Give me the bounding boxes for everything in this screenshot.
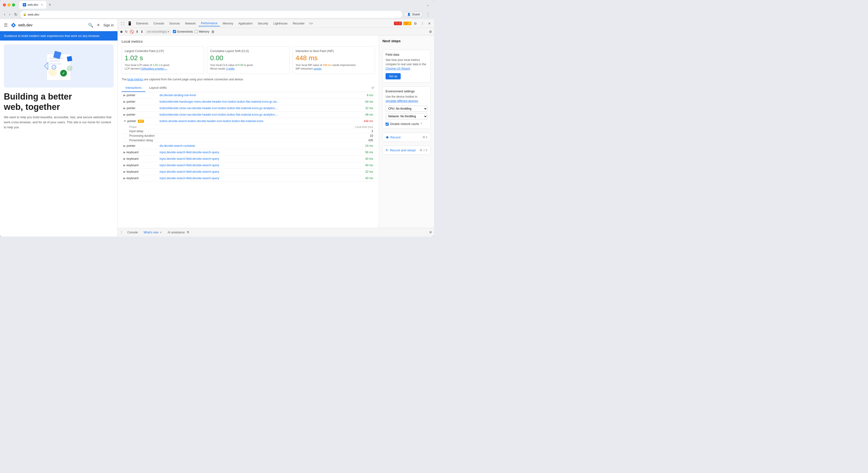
guest-button[interactable]: 👤 Guest bbox=[404, 11, 423, 17]
close-traffic-light[interactable] bbox=[3, 3, 6, 6]
interaction-selector[interactable]: input.devsite-search-field.devsite-searc… bbox=[160, 157, 219, 160]
hamburger-menu-button[interactable]: ☰ bbox=[4, 23, 8, 28]
settings-button[interactable]: ⚙ bbox=[413, 21, 418, 26]
tab-elements[interactable]: Elements bbox=[134, 21, 151, 26]
chrome-ux-report-link[interactable]: Chrome UX Report bbox=[385, 67, 410, 70]
close-bottom-panel-button[interactable]: ✕ bbox=[429, 230, 432, 235]
tab-sources-label: Sources bbox=[169, 22, 180, 25]
memory-checkbox[interactable] bbox=[195, 30, 198, 33]
tab-recorder[interactable]: Recorder bbox=[290, 21, 307, 26]
tab-network[interactable]: Network bbox=[183, 21, 198, 26]
sign-in-button[interactable]: Sign in bbox=[103, 23, 114, 27]
url-input[interactable]: 🔒 web.dev bbox=[20, 11, 402, 18]
browser-tab[interactable]: web.dev ✕ bbox=[20, 1, 46, 9]
simulate-devices-link[interactable]: simulate different devices bbox=[385, 99, 418, 103]
more-tabs-button[interactable]: >> bbox=[307, 21, 314, 26]
interaction-selector[interactable]: div.devsite-search-container bbox=[160, 144, 195, 148]
load-profile-button[interactable]: ⬆ bbox=[136, 30, 138, 34]
whats-new-close-button[interactable]: ✕ bbox=[160, 231, 162, 234]
row-expand-button[interactable]: ▶ bbox=[123, 113, 126, 116]
bottom-bar-menu-button[interactable]: ⋮ bbox=[120, 231, 123, 234]
new-tab-button[interactable]: + bbox=[47, 2, 53, 7]
dropdown-icon[interactable]: ▾ bbox=[167, 30, 169, 33]
screenshots-checkbox[interactable] bbox=[173, 30, 176, 33]
record-button[interactable]: ⏺ bbox=[120, 30, 123, 34]
bottom-tab-ai-assistance[interactable]: AI assistance ⚗ bbox=[165, 230, 192, 235]
lcp-element-link[interactable]: h3#building-a-better-... bbox=[141, 67, 167, 70]
disable-cache-row[interactable]: Disable network cache ? bbox=[385, 122, 428, 126]
phase-header-row: Phase Local time (ms) bbox=[122, 124, 375, 129]
tab-console[interactable]: Console bbox=[151, 21, 166, 26]
record-reload-button[interactable]: ↻ Record and reload ⌘ ⇧ E bbox=[382, 146, 431, 155]
interaction-selector[interactable]: button#devsite-close-nav.devsite-header-… bbox=[160, 113, 278, 116]
window-collapse-button[interactable]: ⌄ bbox=[425, 2, 431, 8]
tab-layout-shifts[interactable]: Layout shifts bbox=[145, 84, 170, 92]
more-options-button[interactable]: ⋮ bbox=[420, 21, 425, 26]
tab-performance[interactable]: Performance bbox=[198, 21, 220, 26]
inp-interaction-link[interactable]: pointer bbox=[314, 67, 322, 70]
site-search-button[interactable]: 🔍 bbox=[88, 23, 93, 28]
row-expand-button[interactable]: ▶ bbox=[123, 144, 126, 148]
tab-recorder-label: Recorder bbox=[293, 22, 305, 25]
row-expand-button[interactable]: ▶ bbox=[123, 164, 126, 167]
tab-elements-label: Elements bbox=[136, 22, 148, 25]
clear-button[interactable]: 🚫 bbox=[130, 30, 134, 34]
network-throttle-select[interactable]: Network: No throttling Network: Fast 3G … bbox=[385, 113, 428, 119]
forward-button[interactable]: › bbox=[8, 11, 11, 18]
record-button[interactable]: ⏺ Record ⌘ E bbox=[382, 132, 431, 142]
tab-sources[interactable]: Sources bbox=[167, 21, 182, 26]
close-devtools-button[interactable]: ✕ bbox=[427, 21, 432, 26]
row-expand-button[interactable]: ▶ bbox=[123, 100, 126, 104]
row-expand-button[interactable]: ▶ bbox=[123, 170, 126, 173]
interaction-selector[interactable]: input.devsite-search-field.devsite-searc… bbox=[160, 170, 219, 173]
tab-security[interactable]: Security bbox=[255, 21, 271, 26]
setup-button[interactable]: Set up bbox=[385, 73, 401, 79]
row-expand-button[interactable]: ▶ bbox=[123, 151, 126, 154]
local-metrics-link[interactable]: local metrics bbox=[127, 78, 144, 81]
tab-network-label: Network bbox=[185, 22, 196, 25]
collect-garbage-button[interactable]: 🗑 bbox=[211, 30, 215, 34]
device-toolbar-button[interactable]: 📱 bbox=[126, 21, 133, 26]
row-expand-button[interactable]: ▶ bbox=[123, 93, 126, 97]
row-expand-button[interactable]: ▶ bbox=[123, 177, 126, 180]
performance-settings-button[interactable]: ⚙ bbox=[429, 30, 432, 34]
svg-point-7 bbox=[67, 65, 72, 71]
inspect-element-button[interactable]: ⬚ bbox=[120, 21, 126, 26]
interaction-selector[interactable]: input.devsite-search-field.devsite-searc… bbox=[160, 164, 219, 167]
tab-application[interactable]: Application bbox=[236, 21, 255, 26]
reload-record-button[interactable]: ↻ bbox=[125, 30, 128, 34]
back-button[interactable]: ‹ bbox=[3, 11, 6, 18]
refresh-interactions-button[interactable]: ↺ bbox=[370, 85, 375, 91]
interaction-type: pointer bbox=[127, 100, 135, 104]
interaction-selector[interactable]: button#devsite-close-nav.devsite-header-… bbox=[160, 107, 278, 110]
disable-cache-checkbox[interactable] bbox=[385, 123, 389, 126]
theme-toggle-button[interactable]: ☀ bbox=[97, 23, 100, 27]
minimize-traffic-light[interactable] bbox=[7, 3, 10, 6]
interaction-selector[interactable]: button.devsite-search-button.devsite-hea… bbox=[160, 119, 264, 123]
disable-cache-help-icon[interactable]: ? bbox=[421, 122, 422, 126]
row-expand-button[interactable]: ▼ bbox=[123, 119, 126, 123]
tab-lighthouse[interactable]: Lighthouse bbox=[271, 21, 290, 26]
interaction-selector[interactable]: div.devsite-landing-row-inner bbox=[160, 93, 196, 97]
bottom-tab-console[interactable]: Console bbox=[125, 230, 140, 235]
tab-memory[interactable]: Memory bbox=[220, 21, 236, 26]
screenshots-checkbox-container[interactable]: Screenshots bbox=[173, 30, 193, 33]
save-profile-button[interactable]: ⬇ bbox=[141, 30, 144, 34]
cpu-throttle-select[interactable]: CPU: No throttling CPU: 4× slowdown CPU:… bbox=[385, 106, 428, 112]
reload-button[interactable]: ↻ bbox=[13, 11, 18, 18]
row-expand-button[interactable]: ▶ bbox=[123, 107, 126, 110]
lcp-metric-card: Largest Contentful Paint (LCP) 1.02 s Yo… bbox=[122, 46, 204, 74]
row-expand-button[interactable]: ▶ bbox=[123, 157, 126, 160]
tab-interactions[interactable]: Interactions bbox=[122, 84, 145, 92]
next-steps-title: Next steps bbox=[382, 39, 431, 43]
browser-menu-button[interactable]: ⋮ bbox=[425, 11, 431, 18]
bottom-tab-whats-new[interactable]: What's new ✕ bbox=[141, 230, 164, 235]
tab-close-button[interactable]: ✕ bbox=[41, 3, 43, 6]
lcp-desc: Your local LCP value of 1.02 s is good. … bbox=[125, 63, 201, 71]
maximize-traffic-light[interactable] bbox=[12, 3, 15, 6]
interaction-selector[interactable]: input.devsite-search-field.devsite-searc… bbox=[160, 151, 219, 154]
interaction-selector[interactable]: button#devsite-hamburger-menu.devsite-he… bbox=[160, 100, 279, 104]
cls-shifts-link[interactable]: 3 shifts bbox=[226, 67, 235, 70]
interaction-selector[interactable]: input.devsite-search-field.devsite-searc… bbox=[160, 177, 219, 180]
memory-checkbox-container[interactable]: Memory bbox=[195, 30, 209, 33]
